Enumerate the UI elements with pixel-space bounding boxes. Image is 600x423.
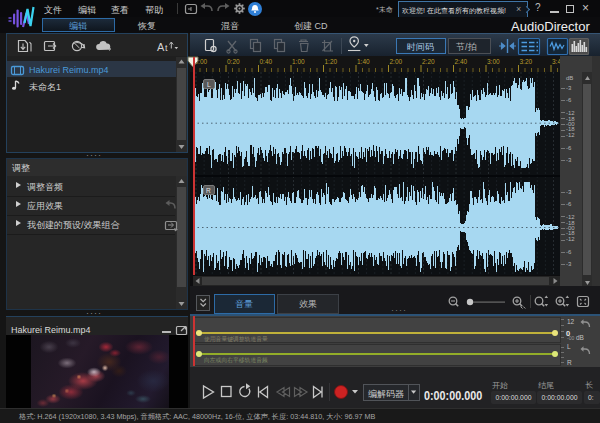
svg-text:t: t (165, 43, 168, 53)
svg-text:A: A (157, 41, 165, 53)
